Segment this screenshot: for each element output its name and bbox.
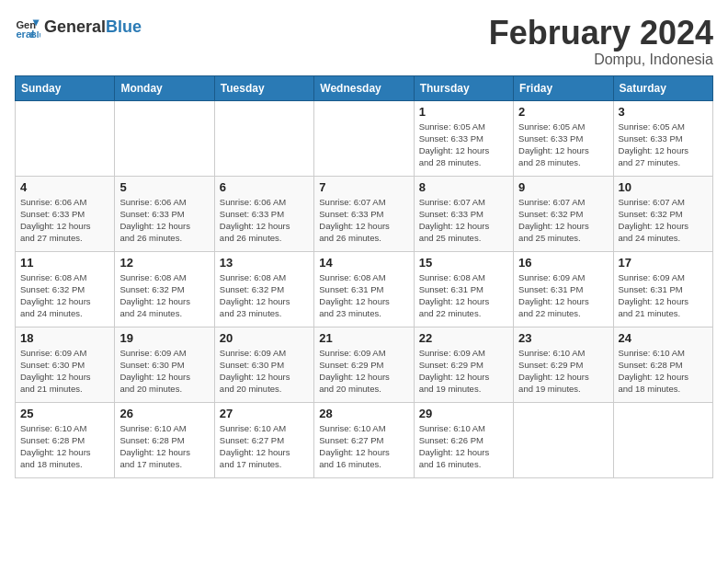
day-info: Sunrise: 6:09 AM Sunset: 6:30 PM Dayligh…: [220, 347, 309, 396]
day-info: Sunrise: 6:10 AM Sunset: 6:29 PM Dayligh…: [518, 347, 608, 396]
day-info: Sunrise: 6:09 AM Sunset: 6:31 PM Dayligh…: [619, 271, 708, 320]
calendar-cell: 5Sunrise: 6:06 AM Sunset: 6:33 PM Daylig…: [115, 176, 214, 251]
day-info: Sunrise: 6:09 AM Sunset: 6:31 PM Dayligh…: [518, 271, 608, 320]
day-number: 23: [518, 331, 608, 345]
day-info: Sunrise: 6:07 AM Sunset: 6:33 PM Dayligh…: [419, 196, 508, 245]
day-info: Sunrise: 6:06 AM Sunset: 6:33 PM Dayligh…: [220, 196, 309, 245]
calendar-cell: 4Sunrise: 6:06 AM Sunset: 6:33 PM Daylig…: [16, 176, 115, 251]
day-number: 18: [20, 331, 109, 345]
calendar-cell: 2Sunrise: 6:05 AM Sunset: 6:33 PM Daylig…: [514, 100, 613, 176]
day-number: 8: [419, 180, 508, 194]
day-number: 17: [619, 256, 708, 270]
calendar-body: 1Sunrise: 6:05 AM Sunset: 6:33 PM Daylig…: [16, 100, 713, 477]
weekday-header-thursday: Thursday: [414, 75, 513, 100]
calendar-cell: 28Sunrise: 6:10 AM Sunset: 6:27 PM Dayli…: [314, 402, 414, 477]
calendar-cell: 11Sunrise: 6:08 AM Sunset: 6:32 PM Dayli…: [16, 251, 115, 327]
day-number: 21: [319, 331, 408, 345]
day-info: Sunrise: 6:10 AM Sunset: 6:28 PM Dayligh…: [619, 347, 708, 396]
day-number: 6: [220, 180, 309, 194]
calendar-table: SundayMondayTuesdayWednesdayThursdayFrid…: [15, 75, 713, 478]
calendar-cell: [514, 402, 613, 477]
day-info: Sunrise: 6:06 AM Sunset: 6:33 PM Dayligh…: [20, 196, 109, 245]
day-info: Sunrise: 6:10 AM Sunset: 6:27 PM Dayligh…: [319, 422, 408, 471]
calendar-cell: 1Sunrise: 6:05 AM Sunset: 6:33 PM Daylig…: [414, 100, 513, 176]
weekday-header-row: SundayMondayTuesdayWednesdayThursdayFrid…: [16, 75, 713, 100]
day-number: 28: [319, 407, 408, 420]
page-subtitle: Dompu, Indonesia: [489, 52, 713, 68]
day-number: 3: [619, 105, 708, 119]
day-number: 10: [619, 180, 708, 194]
calendar-cell: 8Sunrise: 6:07 AM Sunset: 6:33 PM Daylig…: [414, 176, 513, 251]
day-info: Sunrise: 6:05 AM Sunset: 6:33 PM Dayligh…: [619, 121, 708, 169]
day-info: Sunrise: 6:10 AM Sunset: 6:28 PM Dayligh…: [20, 422, 109, 471]
calendar-week-5: 25Sunrise: 6:10 AM Sunset: 6:28 PM Dayli…: [16, 402, 713, 477]
weekday-header-sunday: Sunday: [16, 75, 115, 100]
day-info: Sunrise: 6:05 AM Sunset: 6:33 PM Dayligh…: [419, 121, 508, 169]
day-number: 7: [319, 180, 408, 194]
day-number: 1: [419, 105, 508, 119]
day-number: 19: [119, 331, 209, 345]
logo: Gen eral Blue GeneralBlue: [15, 15, 142, 40]
calendar-cell: 22Sunrise: 6:09 AM Sunset: 6:29 PM Dayli…: [414, 327, 513, 402]
day-info: Sunrise: 6:08 AM Sunset: 6:31 PM Dayligh…: [419, 271, 508, 320]
calendar-cell: [16, 100, 115, 176]
page-title: February 2024: [489, 15, 713, 52]
weekday-header-monday: Monday: [115, 75, 214, 100]
calendar-cell: 23Sunrise: 6:10 AM Sunset: 6:29 PM Dayli…: [514, 327, 613, 402]
calendar-cell: 10Sunrise: 6:07 AM Sunset: 6:32 PM Dayli…: [613, 176, 712, 251]
day-info: Sunrise: 6:08 AM Sunset: 6:32 PM Dayligh…: [20, 271, 109, 320]
day-number: 24: [619, 331, 708, 345]
day-number: 15: [419, 256, 508, 270]
title-area: February 2024 Dompu, Indonesia: [489, 15, 713, 68]
logo-icon: Gen eral Blue: [15, 15, 40, 40]
day-info: Sunrise: 6:09 AM Sunset: 6:30 PM Dayligh…: [20, 347, 109, 396]
day-number: 5: [119, 180, 209, 194]
calendar-cell: 18Sunrise: 6:09 AM Sunset: 6:30 PM Dayli…: [16, 327, 115, 402]
day-number: 2: [518, 105, 608, 119]
day-info: Sunrise: 6:08 AM Sunset: 6:31 PM Dayligh…: [319, 271, 408, 320]
day-number: 29: [419, 407, 508, 420]
day-number: 25: [20, 407, 109, 420]
calendar-cell: 3Sunrise: 6:05 AM Sunset: 6:33 PM Daylig…: [613, 100, 712, 176]
calendar-cell: 16Sunrise: 6:09 AM Sunset: 6:31 PM Dayli…: [514, 251, 613, 327]
calendar-cell: 12Sunrise: 6:08 AM Sunset: 6:32 PM Dayli…: [115, 251, 214, 327]
day-info: Sunrise: 6:07 AM Sunset: 6:32 PM Dayligh…: [518, 196, 608, 245]
calendar-cell: 9Sunrise: 6:07 AM Sunset: 6:32 PM Daylig…: [514, 176, 613, 251]
day-info: Sunrise: 6:07 AM Sunset: 6:33 PM Dayligh…: [319, 196, 408, 245]
day-info: Sunrise: 6:09 AM Sunset: 6:30 PM Dayligh…: [119, 347, 209, 396]
calendar-cell: [314, 100, 414, 176]
calendar-cell: [613, 402, 712, 477]
day-number: 16: [518, 256, 608, 270]
calendar-cell: 14Sunrise: 6:08 AM Sunset: 6:31 PM Dayli…: [314, 251, 414, 327]
day-info: Sunrise: 6:08 AM Sunset: 6:32 PM Dayligh…: [220, 271, 309, 320]
calendar-week-3: 11Sunrise: 6:08 AM Sunset: 6:32 PM Dayli…: [16, 251, 713, 327]
weekday-header-wednesday: Wednesday: [314, 75, 414, 100]
calendar-cell: 15Sunrise: 6:08 AM Sunset: 6:31 PM Dayli…: [414, 251, 513, 327]
calendar-cell: 20Sunrise: 6:09 AM Sunset: 6:30 PM Dayli…: [214, 327, 313, 402]
day-info: Sunrise: 6:07 AM Sunset: 6:32 PM Dayligh…: [619, 196, 708, 245]
day-info: Sunrise: 6:10 AM Sunset: 6:27 PM Dayligh…: [220, 422, 309, 471]
day-info: Sunrise: 6:09 AM Sunset: 6:29 PM Dayligh…: [419, 347, 508, 396]
svg-text:Blue: Blue: [30, 29, 40, 40]
day-number: 27: [220, 407, 309, 420]
day-number: 22: [419, 331, 508, 345]
weekday-header-friday: Friday: [514, 75, 613, 100]
calendar-cell: 7Sunrise: 6:07 AM Sunset: 6:33 PM Daylig…: [314, 176, 414, 251]
weekday-header-tuesday: Tuesday: [214, 75, 313, 100]
calendar-cell: 13Sunrise: 6:08 AM Sunset: 6:32 PM Dayli…: [214, 251, 313, 327]
calendar-cell: 17Sunrise: 6:09 AM Sunset: 6:31 PM Dayli…: [613, 251, 712, 327]
calendar-cell: 21Sunrise: 6:09 AM Sunset: 6:29 PM Dayli…: [314, 327, 414, 402]
day-number: 9: [518, 180, 608, 194]
day-info: Sunrise: 6:09 AM Sunset: 6:29 PM Dayligh…: [319, 347, 408, 396]
day-info: Sunrise: 6:06 AM Sunset: 6:33 PM Dayligh…: [119, 196, 209, 245]
calendar-cell: 27Sunrise: 6:10 AM Sunset: 6:27 PM Dayli…: [214, 402, 313, 477]
calendar-cell: 29Sunrise: 6:10 AM Sunset: 6:26 PM Dayli…: [414, 402, 513, 477]
day-number: 26: [119, 407, 209, 420]
logo-text: GeneralBlue: [44, 18, 142, 37]
calendar-week-1: 1Sunrise: 6:05 AM Sunset: 6:33 PM Daylig…: [16, 100, 713, 176]
calendar-cell: 26Sunrise: 6:10 AM Sunset: 6:28 PM Dayli…: [115, 402, 214, 477]
calendar-week-2: 4Sunrise: 6:06 AM Sunset: 6:33 PM Daylig…: [16, 176, 713, 251]
calendar-cell: [115, 100, 214, 176]
calendar-week-4: 18Sunrise: 6:09 AM Sunset: 6:30 PM Dayli…: [16, 327, 713, 402]
day-number: 14: [319, 256, 408, 270]
